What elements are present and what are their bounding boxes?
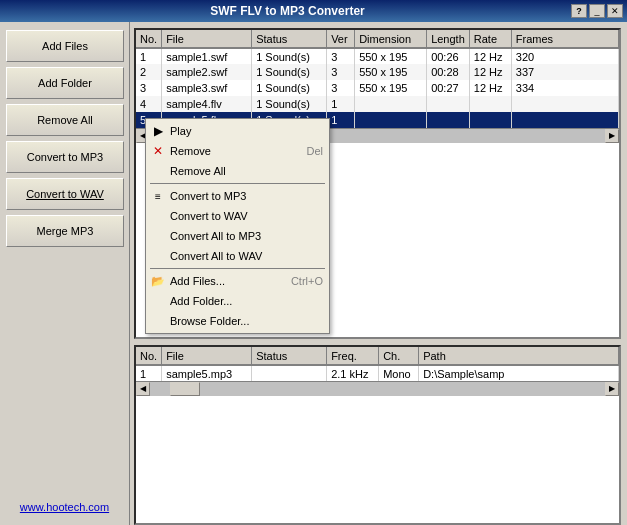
menu-label: Remove: [170, 145, 211, 157]
cell-no-b: 1: [136, 365, 162, 381]
cell-dimension: [355, 96, 427, 112]
top-table-row[interactable]: 3 sample3.swf 1 Sound(s) 3 550 x 195 00:…: [136, 80, 619, 96]
col-no-b: No.: [136, 347, 162, 365]
menu-label: Convert All to MP3: [170, 230, 261, 242]
col-frames: Frames: [511, 30, 618, 48]
col-ver: Ver: [327, 30, 355, 48]
menu-item-convert-to-mp3[interactable]: ≡Convert to MP3: [146, 186, 329, 206]
sidebar-spacer: [6, 252, 123, 496]
col-file-b: File: [162, 347, 252, 365]
menu-label: Convert to WAV: [170, 210, 248, 222]
scroll-right-btn[interactable]: ▶: [605, 129, 619, 143]
menu-label: Add Folder...: [170, 295, 232, 307]
remove-all-button[interactable]: Remove All: [6, 104, 124, 136]
convert-wav-button[interactable]: Convert to WAV: [6, 178, 124, 210]
menu-item-play[interactable]: ▶Play: [146, 121, 329, 141]
cell-freq: 2.1 kHz: [327, 365, 379, 381]
bottom-table-header: No. File Status Freq. Ch. Path: [136, 347, 619, 365]
cell-frames: 334: [511, 80, 618, 96]
bottom-scrollbar[interactable]: ◀ ▶: [136, 381, 619, 395]
menu-label: Browse Folder...: [170, 315, 249, 327]
cell-rate: 12 Hz: [469, 80, 511, 96]
cell-length: 00:27: [427, 80, 470, 96]
top-table-row[interactable]: 1 sample1.swf 1 Sound(s) 3 550 x 195 00:…: [136, 48, 619, 64]
cell-ver: 3: [327, 64, 355, 80]
cell-no: 4: [136, 96, 162, 112]
convert-mp3-button[interactable]: Convert to MP3: [6, 141, 124, 173]
cell-ver: 3: [327, 80, 355, 96]
col-dimension: Dimension: [355, 30, 427, 48]
cell-length: 00:26: [427, 48, 470, 64]
help-button[interactable]: ?: [571, 4, 587, 18]
menu-label: Convert All to WAV: [170, 250, 262, 262]
menu-shortcut: Ctrl+O: [291, 275, 323, 287]
cell-length: [427, 112, 470, 128]
cell-frames: [511, 96, 618, 112]
files-table: No. File Status Ver Dimension Length Rat…: [136, 30, 619, 128]
convert-icon: ≡: [150, 188, 166, 204]
cell-rate: [469, 96, 511, 112]
cell-dimension: [355, 112, 427, 128]
menu-label: Add Files...: [170, 275, 225, 287]
cell-file: sample4.flv: [162, 96, 252, 112]
cell-frames: 320: [511, 48, 618, 64]
menu-item-remove-all[interactable]: Remove All: [146, 161, 329, 181]
cell-frames: [511, 112, 618, 128]
cell-no: 3: [136, 80, 162, 96]
menu-item-add-files[interactable]: 📂Add Files...Ctrl+O: [146, 271, 329, 291]
col-status: Status: [252, 30, 327, 48]
menu-item-convert-to-wav[interactable]: Convert to WAV: [146, 206, 329, 226]
col-file: File: [162, 30, 252, 48]
cell-status: 1 Sound(s): [252, 48, 327, 64]
close-button[interactable]: ✕: [607, 4, 623, 18]
menu-label: Remove All: [170, 165, 226, 177]
cell-ver: 1: [327, 96, 355, 112]
col-path: Path: [419, 347, 619, 365]
main-container: Add Files Add Folder Remove All Convert …: [0, 22, 627, 525]
col-length: Length: [427, 30, 470, 48]
col-no: No.: [136, 30, 162, 48]
menu-item-convert-all-wav[interactable]: Convert All to WAV: [146, 246, 329, 266]
cell-status: 1 Sound(s): [252, 80, 327, 96]
scroll-thumb-b[interactable]: [170, 382, 200, 396]
cell-dimension: 550 x 195: [355, 48, 427, 64]
bottom-table-row[interactable]: 1 sample5.mp3 2.1 kHz Mono D:\Sample\sam…: [136, 365, 619, 381]
website-link[interactable]: www.hootech.com: [6, 501, 123, 517]
cell-ver: 3: [327, 48, 355, 64]
cell-length: [427, 96, 470, 112]
menu-item-add-folder[interactable]: Add Folder...: [146, 291, 329, 311]
cell-no: 2: [136, 64, 162, 80]
minimize-button[interactable]: _: [589, 4, 605, 18]
cell-path: D:\Sample\samp: [419, 365, 619, 381]
col-status-b: Status: [252, 347, 327, 365]
scroll-right-btn-b[interactable]: ▶: [605, 382, 619, 396]
scroll-left-btn-b[interactable]: ◀: [136, 382, 150, 396]
top-table-header: No. File Status Ver Dimension Length Rat…: [136, 30, 619, 48]
cell-file-b: sample5.mp3: [162, 365, 252, 381]
scroll-track-b[interactable]: [150, 382, 605, 396]
cell-file: sample1.swf: [162, 48, 252, 64]
cell-rate: [469, 112, 511, 128]
top-table-row[interactable]: 4 sample4.flv 1 Sound(s) 1: [136, 96, 619, 112]
cell-no: 1: [136, 48, 162, 64]
top-table-row[interactable]: 2 sample2.swf 1 Sound(s) 3 550 x 195 00:…: [136, 64, 619, 80]
menu-item-convert-all-mp3[interactable]: Convert All to MP3: [146, 226, 329, 246]
cell-rate: 12 Hz: [469, 48, 511, 64]
menu-label: Play: [170, 125, 191, 137]
cell-dimension: 550 x 195: [355, 64, 427, 80]
cell-rate: 12 Hz: [469, 64, 511, 80]
remove-icon: ✕: [150, 143, 166, 159]
window-controls[interactable]: ? _ ✕: [571, 4, 623, 18]
context-menu: ▶Play✕RemoveDelRemove All≡Convert to MP3…: [145, 118, 330, 334]
menu-item-browse-folder[interactable]: Browse Folder...: [146, 311, 329, 331]
sidebar: Add Files Add Folder Remove All Convert …: [0, 22, 130, 525]
cell-frames: 337: [511, 64, 618, 80]
col-freq: Freq.: [327, 347, 379, 365]
cell-file: sample3.swf: [162, 80, 252, 96]
menu-item-remove[interactable]: ✕RemoveDel: [146, 141, 329, 161]
add-files-button[interactable]: Add Files: [6, 30, 124, 62]
cell-status: 1 Sound(s): [252, 96, 327, 112]
add-folder-button[interactable]: Add Folder: [6, 67, 124, 99]
merge-mp3-button[interactable]: Merge MP3: [6, 215, 124, 247]
cell-length: 00:28: [427, 64, 470, 80]
